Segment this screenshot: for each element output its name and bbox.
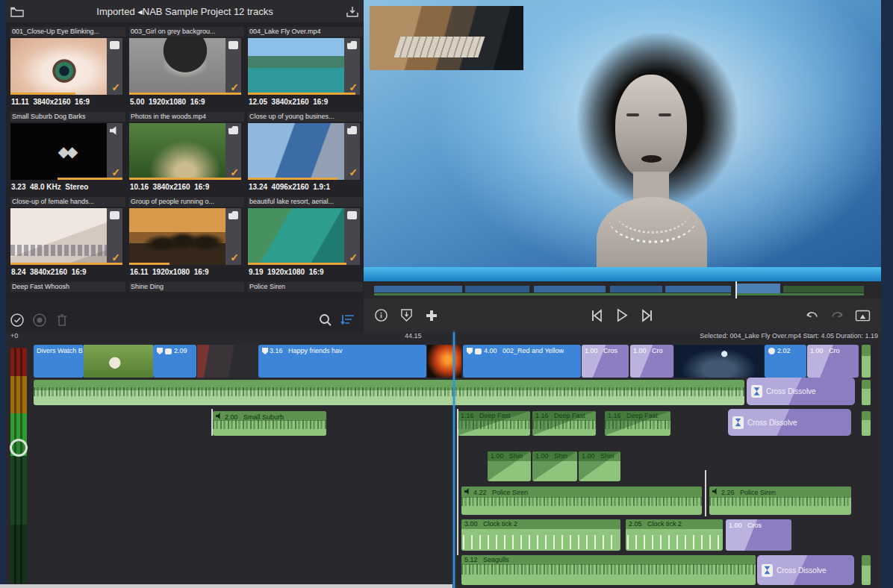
audio-clip-clock-tick[interactable]: 3.00 Clock tick 2	[461, 519, 620, 551]
audio-cross-dissolve[interactable]: Cross Dissolve	[747, 378, 855, 405]
audio-clip-shine[interactable]: 1.00 Shin	[488, 451, 531, 481]
output-display-icon[interactable]	[850, 308, 875, 322]
media-meta: 11.11 3840x2160 16:9	[11, 98, 90, 106]
portrait-face	[615, 75, 687, 181]
audio-clip-shine[interactable]: 1.00 Shin	[532, 451, 577, 481]
media-thumbnail-people[interactable]: ✓	[129, 208, 241, 265]
waveform-icon: ◆◆	[58, 143, 75, 160]
frame-badge-icon	[110, 41, 119, 49]
audio-clip-deep-fast[interactable]: 1.16 Deep Fast	[532, 411, 596, 436]
record-icon[interactable]	[28, 313, 51, 328]
video-clip-202[interactable]: 2.02	[765, 345, 806, 378]
audio-clip-seagulls[interactable]: 5.12 Seagulls	[461, 555, 756, 585]
comment-icon	[475, 348, 482, 354]
clip-sliver[interactable]	[862, 345, 871, 378]
gain-label: +0	[10, 332, 18, 340]
select-all-icon[interactable]	[6, 313, 28, 328]
check-icon: ✓	[230, 81, 239, 93]
media-thumbnail-audio[interactable]: ◆◆ ✓	[10, 123, 122, 180]
audio-clip-small-suburb[interactable]: 2.00 Small Suburb	[213, 411, 326, 436]
media-title: 001_Close-Up Eye Blinking...	[10, 27, 125, 37]
media-item[interactable]: Group of people running o... ✓ 16.11 192…	[129, 197, 243, 281]
media-title[interactable]: Police Siren	[248, 282, 363, 292]
add-clip-icon[interactable]	[419, 308, 444, 322]
media-item[interactable]: Close-up of female hands... ✓ 8.24 3840x…	[10, 197, 124, 281]
video-clip-divers[interactable]: Divers Watch B	[34, 345, 84, 378]
video-clip-dog-thumbnail[interactable]	[84, 345, 153, 378]
media-item[interactable]: Close up of young busines... ✓ 13.24 409…	[248, 112, 361, 196]
next-frame-icon[interactable]	[635, 308, 660, 322]
clip-sliver[interactable]	[862, 411, 871, 436]
audio-clip-deep-fast[interactable]: 1.16 Deep Fast	[605, 411, 670, 436]
transition-cross-dissolve[interactable]: 1.00 Cro	[630, 345, 673, 378]
window-edge-left	[0, 0, 6, 588]
media-item[interactable]: beautiful lake resort, aerial... ✓ 9.19 …	[248, 197, 361, 281]
audio-clip-police-siren[interactable]: 4.22 Police Siren	[461, 487, 702, 515]
media-thumbnail-woods[interactable]: ✓	[129, 123, 241, 180]
video-clip-fire-thumbnail[interactable]	[427, 345, 461, 378]
transition-cross-dissolve[interactable]: 1.00 Cros	[726, 519, 791, 551]
video-clip-happy-friends[interactable]: 3.16 Happy friends hav	[258, 345, 426, 378]
timeline-panel: +0 44.15 Selected: 004_Lake Fly Over.mp4…	[6, 332, 881, 588]
media-item[interactable]: 001_Close-Up Eye Blinking... ✓ 11.11 384…	[10, 27, 124, 110]
video-clip-209[interactable]: 2.09	[153, 345, 196, 378]
sort-list-icon[interactable]	[337, 313, 359, 328]
marker-icon	[768, 348, 775, 354]
frame-badge-icon	[110, 211, 119, 219]
trash-icon[interactable]	[51, 313, 73, 328]
audio-track-main[interactable]	[34, 380, 744, 405]
play-button[interactable]	[609, 308, 635, 322]
media-item[interactable]: Photos in the woods.mp4 ✓ 10.16 3840x216…	[129, 112, 243, 196]
check-icon: ✓	[111, 251, 120, 263]
audio-clip-shine[interactable]: 1.00 Shin	[579, 451, 620, 481]
selected-clip-info: Selected: 004_Lake Fly Over.mp4 Start: 4…	[700, 332, 878, 340]
video-clip-moon-thumbnail[interactable]	[674, 345, 764, 378]
check-icon: ✓	[111, 166, 120, 178]
overview-playhead[interactable]	[735, 281, 737, 298]
media-item[interactable]: Small Suburb Dog Barks ◆◆ ✓ 3.23 48.0 KH…	[10, 112, 124, 196]
gain-knob[interactable]	[10, 439, 28, 457]
media-thumbnail-resort[interactable]: ✓	[248, 208, 360, 265]
audio-clip-police-siren[interactable]: 2.26 Police Siren	[709, 487, 851, 515]
folder-icon[interactable]	[6, 4, 28, 18]
media-title[interactable]: Deep Fast Whoosh	[10, 282, 125, 292]
window-edge-right	[881, 0, 893, 588]
video-clip-couple-thumbnail[interactable]	[197, 345, 258, 378]
shield-download-icon[interactable]	[393, 308, 419, 322]
library-header: Imported ◂NAB Sample Project 12 tracks	[6, 0, 364, 22]
info-icon[interactable]	[368, 308, 393, 322]
speaker-icon	[216, 413, 223, 419]
clip-sliver[interactable]	[862, 380, 871, 405]
redo-icon[interactable]	[824, 308, 850, 322]
audio-clip-deep-fast[interactable]: 1.16 Deep Fast	[458, 411, 530, 436]
search-icon[interactable]	[314, 313, 337, 328]
edit-point-line	[705, 470, 706, 516]
audio-clip-clock-tick[interactable]: 2.05 Clock tick 2	[626, 519, 723, 551]
check-icon: ✓	[230, 166, 239, 178]
clip-sliver[interactable]	[862, 555, 871, 585]
import-icon[interactable]	[341, 4, 364, 18]
library-title[interactable]: Imported ◂NAB Sample Project 12 tracks	[28, 6, 341, 17]
media-thumbnail-girl[interactable]: ✓	[129, 38, 241, 95]
timeline-overview-scrubber[interactable]	[364, 281, 881, 298]
speaker-icon	[712, 488, 719, 495]
media-thumbnail-hands[interactable]: ✓	[10, 208, 122, 265]
media-item[interactable]: 004_Lake Fly Over.mp4 ✓ 12.05 3840x2160 …	[248, 27, 361, 110]
transition-cross-dissolve[interactable]: 1.00 Cro	[807, 345, 859, 378]
media-thumbnail-glasses[interactable]: ✓	[248, 123, 360, 180]
previous-frame-icon[interactable]	[584, 308, 609, 322]
timeline-playhead[interactable]	[453, 332, 455, 588]
edit-point-line	[457, 409, 458, 555]
media-thumbnail-eye[interactable]: ✓	[10, 38, 122, 95]
media-title[interactable]: Shine Ding	[129, 282, 244, 292]
shield-icon	[467, 348, 473, 354]
video-clip-red-and-yellow[interactable]: 4.00 002_Red and Yellow	[463, 345, 581, 378]
audio-cross-dissolve[interactable]: Cross Dissolve	[757, 555, 854, 585]
comment-icon	[165, 348, 172, 354]
media-item[interactable]: 003_Girl on grey backgrou... ✓ 5.00 1920…	[129, 27, 243, 110]
transition-cross-dissolve[interactable]: 1.00 Cros	[582, 345, 629, 378]
video-preview	[364, 0, 881, 281]
media-thumbnail-lake[interactable]: ✓	[248, 38, 360, 95]
audio-cross-dissolve[interactable]: Cross Dissolve	[728, 409, 851, 436]
undo-icon[interactable]	[799, 308, 824, 322]
